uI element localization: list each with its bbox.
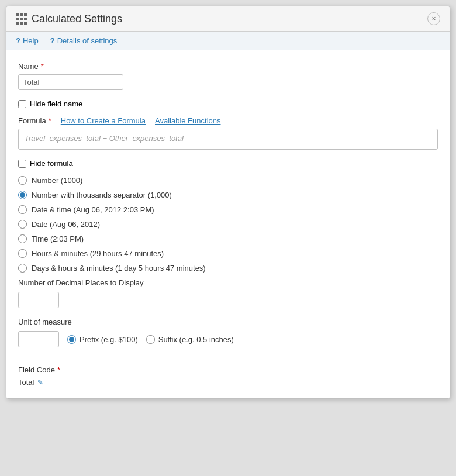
radio-row-5: Time (2:03 PM) [18,234,438,243]
help-label: Help [23,36,39,45]
name-required-star: * [41,62,44,71]
field-code-section: Field Code * Total ✎ [18,357,438,387]
how-to-formula-link[interactable]: How to Create a Formula [61,116,146,125]
name-input[interactable] [18,74,123,90]
decimal-places-group: Number of Decimal Places to Display [18,278,438,308]
radio-time-label: Time (2:03 PM) [32,234,84,243]
hide-formula-label: Hide formula [30,159,73,168]
format-radio-group: Number (1000) Number with thousands sepa… [18,176,438,273]
details-link[interactable]: ? Details of settings [50,36,118,45]
radio-number-label: Number (1000) [32,176,82,185]
radio-number-thousands[interactable] [18,191,27,199]
hide-formula-row: Hide formula [18,159,438,168]
radio-date-label: Date (Aug 06, 2012) [32,220,100,229]
toolbar: ? Help ? Details of settings [6,32,450,50]
suffix-radio[interactable] [146,335,155,344]
suffix-label: Suffix (e.g. 0.5 inches) [158,335,234,344]
dialog-header: Calculated Settings × [6,6,450,32]
radio-number[interactable] [18,176,27,185]
calculated-settings-dialog: Calculated Settings × ? Help ? Details o… [6,6,450,399]
close-button[interactable]: × [427,12,440,25]
radio-datetime[interactable] [18,205,27,214]
details-help-icon: ? [50,36,55,45]
radio-date[interactable] [18,220,27,229]
unit-input[interactable] [18,331,59,347]
name-label: Name * [18,62,438,71]
formula-label: Formula [18,116,46,125]
unit-of-measure-label: Unit of measure [18,318,438,326]
help-icon: ? [16,36,20,45]
title-text: Calculated Settings [32,13,122,25]
field-code-value: Total [18,378,34,387]
radio-number-thousands-label: Number with thousands separator (1,000) [32,191,172,199]
radio-hours-minutes-label: Hours & minutes (29 hours 47 minutes) [32,249,164,258]
grid-icon [16,13,27,25]
form-content: Name * Hide field name Formula * How to … [6,50,450,398]
radio-hours-minutes[interactable] [18,249,27,258]
name-field-group: Name * [18,62,438,90]
hide-field-name-label: Hide field name [30,99,82,108]
help-link[interactable]: ? Help [16,36,39,45]
radio-row-1: Number (1000) [18,176,438,185]
decimal-places-label: Number of Decimal Places to Display [18,278,438,287]
formula-input[interactable]: Travel_expenses_total + Other_expenses_t… [18,129,438,150]
radio-time[interactable] [18,234,27,243]
field-code-value-row: Total ✎ [18,378,438,387]
hide-field-name-row: Hide field name [18,99,438,108]
unit-options: Prefix (e.g. $100) Suffix (e.g. 0.5 inch… [67,335,234,344]
field-code-label: Field Code * [18,365,438,374]
radio-days-hours-minutes-label: Days & hours & minutes (1 day 5 hours 47… [32,264,206,273]
hide-formula-checkbox[interactable] [18,160,26,168]
radio-row-4: Date (Aug 06, 2012) [18,220,438,229]
radio-row-2: Number with thousands separator (1,000) [18,191,438,199]
radio-row-3: Date & time (Aug 06, 2012 2:03 PM) [18,205,438,214]
edit-icon[interactable]: ✎ [37,378,43,387]
available-functions-link[interactable]: Available Functions [155,116,221,125]
formula-required-star: * [49,116,51,125]
prefix-option: Prefix (e.g. $100) [67,335,138,344]
formula-field-group: Formula * How to Create a Formula Availa… [18,116,438,150]
dialog-title: Calculated Settings [16,13,122,25]
radio-row-7: Days & hours & minutes (1 day 5 hours 47… [18,264,438,273]
radio-row-6: Hours & minutes (29 hours 47 minutes) [18,249,438,258]
formula-header: Formula * How to Create a Formula Availa… [18,116,438,125]
radio-datetime-label: Date & time (Aug 06, 2012 2:03 PM) [32,205,154,214]
radio-days-hours-minutes[interactable] [18,264,27,273]
decimal-places-input[interactable] [18,292,59,308]
field-code-required-star: * [57,365,60,374]
suffix-option: Suffix (e.g. 0.5 inches) [146,335,234,344]
unit-of-measure-group: Unit of measure Prefix (e.g. $100) Suffi… [18,318,438,347]
hide-field-name-checkbox[interactable] [18,100,26,108]
prefix-label: Prefix (e.g. $100) [80,335,138,344]
unit-row: Prefix (e.g. $100) Suffix (e.g. 0.5 inch… [18,331,438,347]
prefix-radio[interactable] [67,335,76,344]
details-label: Details of settings [57,36,118,45]
